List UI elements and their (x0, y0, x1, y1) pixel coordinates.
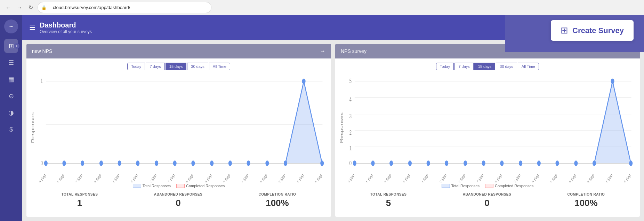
svg-text:12 Sep: 12 Sep (74, 173, 83, 182)
svg-point-10 (136, 160, 139, 166)
sidebar-item-analytics[interactable]: ▦ (4, 72, 18, 86)
sidebar-item-surveys[interactable]: ☰ (4, 56, 18, 70)
stat-abandoned-value-1: 0 (154, 198, 203, 208)
time-filters-1: Today 7 days 15 days 30 days All Time (31, 63, 327, 70)
survey-title-1: new NPS (32, 48, 52, 54)
time-btn-30days-1[interactable]: 30 days (187, 63, 208, 70)
stat-abandoned-value-2: 0 (463, 198, 512, 208)
legend-completed-2: Completed Responses (485, 184, 533, 188)
svg-text:19 Sep: 19 Sep (203, 173, 212, 182)
page-title: Dashboard (40, 21, 92, 29)
svg-point-8 (99, 160, 103, 166)
sidebar-logo[interactable]: ~ (4, 19, 18, 33)
svg-text:20 Sep: 20 Sep (222, 173, 231, 182)
svg-point-56 (464, 160, 467, 166)
svg-point-58 (500, 160, 504, 166)
svg-text:20 Sep: 20 Sep (530, 173, 539, 182)
create-survey-icon: ⊞ (561, 25, 568, 36)
svg-point-59 (519, 160, 522, 166)
sidebar-item-billing[interactable]: $ (4, 123, 18, 136)
svg-text:21 Sep: 21 Sep (240, 173, 249, 182)
svg-point-53 (408, 160, 412, 166)
time-btn-today-1[interactable]: Today (127, 63, 145, 70)
svg-text:16 Sep: 16 Sep (457, 173, 466, 182)
svg-text:11 Sep: 11 Sep (55, 173, 64, 182)
survey-card-2: NPS survey → Today 7 days 15 days 30 day… (335, 44, 640, 217)
svg-point-57 (482, 160, 485, 166)
time-btn-alltime-2[interactable]: All Time (518, 63, 539, 70)
stats-row-1: TOTAL RESPONSES 1 ABANDONED RESPONSES 0 … (31, 188, 327, 213)
analytics-icon: ▦ (8, 76, 14, 83)
svg-point-55 (445, 160, 448, 166)
integrations-icon: ⊝ (9, 92, 14, 100)
create-survey-label: Create Survey (572, 26, 624, 35)
legend-box-completed-2 (485, 184, 493, 188)
stat-abandoned-1: ABANDONED RESPONSES 0 (154, 192, 203, 208)
dashboard-area: new NPS → Today 7 days 15 days 30 days A… (22, 40, 644, 221)
legend-total-2: Total Responses (442, 184, 480, 188)
svg-point-18 (284, 160, 287, 166)
time-btn-alltime-1[interactable]: All Time (209, 63, 230, 70)
svg-point-19 (302, 79, 306, 84)
survey-arrow-1[interactable]: → (320, 48, 325, 54)
time-btn-7days-1[interactable]: 7 days (146, 63, 164, 70)
svg-point-50 (353, 160, 356, 166)
list-icon: ☰ (8, 59, 14, 66)
legend-completed-1: Completed Responses (176, 184, 225, 188)
refresh-button[interactable]: ↻ (26, 3, 35, 12)
time-btn-7days-2[interactable]: 7 days (454, 63, 473, 70)
survey-card-header-1: new NPS → (26, 44, 331, 58)
svg-point-13 (191, 160, 195, 166)
svg-text:19 Sep: 19 Sep (512, 173, 521, 182)
svg-text:Responses: Responses (339, 112, 344, 143)
svg-text:10 Sep: 10 Sep (37, 173, 46, 182)
stat-total-2: TOTAL RESPONSES 5 (370, 192, 407, 208)
legend-box-total-1 (133, 184, 141, 188)
svg-text:16 Sep: 16 Sep (148, 173, 157, 182)
logo-icon: ~ (9, 23, 13, 30)
svg-point-12 (173, 160, 177, 166)
svg-text:12 Sep: 12 Sep (383, 173, 392, 182)
stat-abandoned-2: ABANDONED RESPONSES 0 (463, 192, 512, 208)
stat-completion-1: COMPLETION RATIO 100% (259, 192, 296, 208)
svg-point-7 (81, 160, 84, 166)
svg-point-60 (537, 160, 541, 166)
sidebar-item-grid[interactable] (4, 139, 18, 153)
svg-text:22 Sep: 22 Sep (567, 173, 576, 182)
svg-point-6 (62, 160, 66, 166)
sidebar-item-themes[interactable]: ◑ (4, 106, 18, 120)
svg-point-11 (155, 160, 158, 166)
time-btn-15days-2[interactable]: 15 days (474, 63, 496, 70)
stat-total-label-2: TOTAL RESPONSES (370, 192, 407, 196)
svg-text:0: 0 (41, 160, 43, 166)
url-input[interactable] (49, 3, 208, 11)
sidebar-item-integrations[interactable]: ⊝ (4, 89, 18, 103)
time-btn-30days-2[interactable]: 30 days (496, 63, 517, 70)
svg-point-14 (210, 160, 214, 166)
time-btn-today-2[interactable]: Today (436, 63, 454, 70)
svg-text:17 Sep: 17 Sep (166, 173, 175, 182)
sidebar-item-dashboard[interactable]: ⊞ > (4, 39, 18, 53)
legend-completed-label-1: Completed Responses (186, 184, 225, 188)
svg-point-15 (228, 160, 232, 166)
legend-completed-label-2: Completed Responses (495, 184, 533, 188)
time-btn-15days-1[interactable]: 15 days (166, 63, 187, 70)
sidebar: ~ ⊞ > ☰ ▦ ⊝ ◑ $ (0, 15, 22, 221)
svg-text:22 Sep: 22 Sep (258, 173, 267, 182)
svg-point-54 (427, 160, 430, 166)
create-survey-button[interactable]: ⊞ Create Survey (551, 20, 634, 41)
svg-point-64 (611, 79, 614, 84)
back-button[interactable]: ← (4, 3, 13, 12)
svg-text:17 Sep: 17 Sep (475, 173, 484, 182)
stat-total-value-1: 1 (62, 198, 98, 208)
sidebar-expand[interactable]: > (14, 43, 19, 49)
svg-text:14 Sep: 14 Sep (420, 173, 429, 182)
legend-box-completed-1 (176, 184, 185, 188)
header-menu-icon: ☰ (29, 23, 35, 32)
forward-button[interactable]: → (15, 3, 24, 12)
svg-text:25 Sep: 25 Sep (622, 173, 631, 182)
legend-total-label-1: Total Responses (143, 184, 171, 188)
chart-legend-2: Total Responses Completed Responses (339, 184, 636, 188)
svg-text:25 Sep: 25 Sep (313, 173, 322, 182)
card-body-1: Today 7 days 15 days 30 days All Time 1 … (26, 58, 331, 217)
